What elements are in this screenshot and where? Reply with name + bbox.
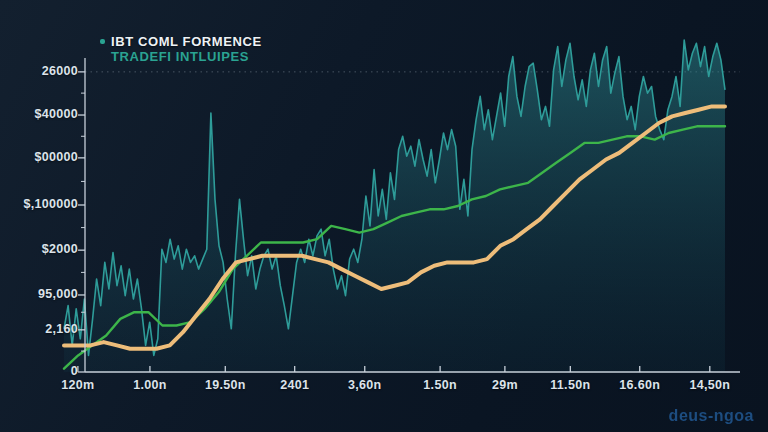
x-axis-label: 1.00n [115, 378, 185, 392]
legend-series2-label: TRADEFI INTLUIPES [111, 50, 249, 64]
crypto-chart-screenshot: IBT COML FORMENCE TRADEFI INTLUIPES 02,1… [0, 0, 768, 432]
x-axis-label: 16.60n [605, 378, 675, 392]
x-axis-label: 14,50n [675, 378, 745, 392]
x-axis-label: 11.50n [535, 378, 605, 392]
y-axis-label: 2,160 [0, 322, 78, 336]
y-axis-label: 95,000 [0, 287, 78, 301]
y-axis-label: 26000 [0, 64, 78, 78]
teal-area-fill [64, 40, 725, 372]
price-chart-canvas [0, 0, 768, 432]
x-axis-label: 120m [43, 378, 113, 392]
y-axis-label: $,100000 [0, 197, 78, 211]
y-axis-label: $2000 [0, 242, 78, 256]
x-axis-label: 19.50n [190, 378, 260, 392]
legend-series1-label: IBT COML FORMENCE [111, 35, 262, 49]
legend-entry-price: IBT COML FORMENCE [100, 34, 262, 49]
x-axis-label: 2401 [260, 378, 330, 392]
x-axis-label: 3,60n [330, 378, 400, 392]
chart-legend: IBT COML FORMENCE TRADEFI INTLUIPES [100, 34, 262, 64]
y-axis-label: 0 [0, 364, 78, 378]
y-axis-label: $00000 [0, 150, 78, 164]
legend-entry-tradefi: TRADEFI INTLUIPES [100, 49, 262, 64]
watermark-text: deus-ngoa [669, 407, 754, 425]
y-axis-label: $40000 [0, 107, 78, 121]
x-axis-label: 29m [470, 378, 540, 392]
x-axis-label: 1.50n [405, 378, 475, 392]
legend-series1-swatch [100, 39, 105, 44]
